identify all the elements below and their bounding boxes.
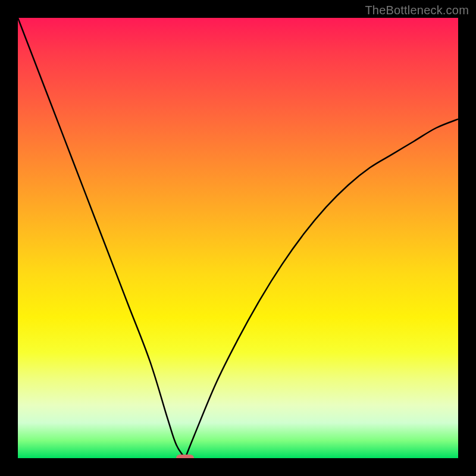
outer-frame: TheBottleneck.com <box>0 0 476 476</box>
curve-svg <box>18 18 458 458</box>
plot-area <box>18 18 458 458</box>
curve-left-branch <box>18 18 185 458</box>
minimum-marker <box>176 455 194 458</box>
watermark-text: TheBottleneck.com <box>365 4 469 17</box>
curve-right-branch <box>185 119 458 458</box>
